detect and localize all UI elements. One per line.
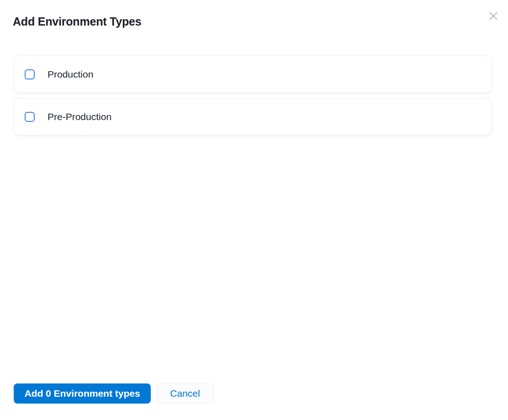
pre-production-checkbox[interactable] <box>25 112 35 122</box>
close-icon <box>488 10 499 21</box>
add-environment-types-button[interactable]: Add 0 Environment types <box>14 383 151 404</box>
cancel-button[interactable]: Cancel <box>156 383 214 404</box>
environment-type-label: Pre-Production <box>48 112 111 121</box>
dialog-title: Add Environment Types <box>13 15 141 28</box>
close-button[interactable] <box>487 10 500 22</box>
production-checkbox[interactable] <box>25 69 35 79</box>
environment-type-row-production[interactable]: Production <box>14 56 492 93</box>
dialog-footer: Add 0 Environment types Cancel <box>14 383 214 404</box>
environment-type-label: Production <box>48 69 93 79</box>
environment-type-list: Production Pre-Production <box>14 56 492 135</box>
environment-type-row-pre-production[interactable]: Pre-Production <box>14 98 492 135</box>
add-environment-types-dialog: Add Environment Types Production Pre-Pro… <box>0 0 508 420</box>
